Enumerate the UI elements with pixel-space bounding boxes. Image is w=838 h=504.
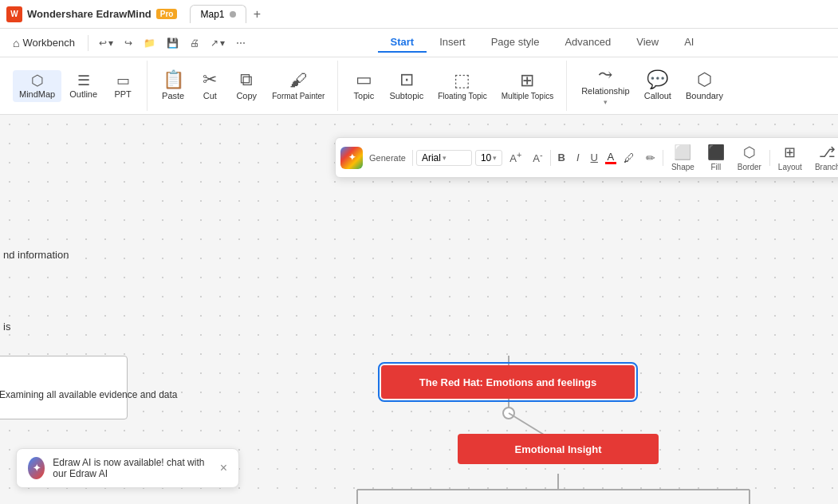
bold-button[interactable]: B bbox=[554, 149, 569, 166]
eraser-button[interactable]: ✏ bbox=[642, 149, 659, 167]
layout-icon: ⊞ bbox=[784, 144, 796, 161]
redo-button[interactable]: ↪ bbox=[120, 35, 136, 51]
file-open-button[interactable]: 📁 bbox=[140, 35, 159, 51]
layout-label: Layout bbox=[778, 163, 802, 171]
child-node-emotional-insight[interactable]: Emotional Insight bbox=[458, 434, 659, 464]
divider-1 bbox=[88, 35, 89, 51]
undo-arrow: ▾ bbox=[108, 37, 113, 49]
export-icon: ↗ bbox=[210, 37, 218, 49]
ribbon-floating-topic-button[interactable]: ⬚ Floating Topic bbox=[431, 69, 494, 104]
font-size-arrow: ▾ bbox=[493, 154, 497, 162]
redo-icon: ↪ bbox=[124, 37, 132, 49]
highlight-icon: 🖊 bbox=[624, 152, 635, 164]
ribbon-group-clipboard: 📋 Paste ✂ Cut ⧉ Copy 🖌 Format Painter bbox=[149, 61, 338, 111]
more-export-button[interactable]: ⋯ bbox=[232, 35, 250, 51]
nav-tab-view[interactable]: View bbox=[624, 33, 671, 53]
ribbon-subtopic-button[interactable]: ⊡ Subtopic bbox=[383, 68, 430, 104]
ribbon-ppt-button[interactable]: ▭ PPT bbox=[105, 70, 140, 102]
branch-label: Branch bbox=[815, 163, 838, 171]
ribbon-mindmap-button[interactable]: ⬡ MindMap bbox=[13, 70, 61, 102]
nav-tab-ai[interactable]: AI bbox=[671, 33, 706, 53]
copy-icon: ⧉ bbox=[240, 71, 253, 89]
ribbon-copy-button[interactable]: ⧉ Copy bbox=[229, 68, 264, 104]
branch-tool[interactable]: ⎇ Branch bbox=[810, 141, 838, 174]
nav-tab-pagestyle[interactable]: Page style bbox=[478, 33, 553, 53]
branch-icon: ⎇ bbox=[819, 144, 836, 161]
ppt-icon: ▭ bbox=[116, 73, 130, 88]
font-size-select[interactable]: 10 ▾ bbox=[475, 150, 502, 166]
outline-label: Outline bbox=[69, 89, 97, 99]
ribbon-paste-button[interactable]: 📋 Paste bbox=[155, 68, 191, 104]
ribbon-group-insert: ⤳ Relationship ▾ 💬 Callout ⬡ Boundary bbox=[569, 61, 736, 111]
app-logo-icon: W bbox=[6, 6, 22, 22]
mindmap-icon: ⬡ bbox=[31, 73, 44, 88]
generate-label: Generate bbox=[366, 153, 409, 163]
toast-close-button[interactable]: × bbox=[220, 461, 227, 475]
print-button[interactable]: 🖨 bbox=[186, 35, 203, 51]
nav-tabs: Start Insert Page style Advanced View AI bbox=[378, 33, 707, 53]
left-node-3: Examining all available evidence and dat… bbox=[0, 380, 251, 410]
main-node[interactable]: The Red Hat: Emotions and feelings bbox=[381, 365, 635, 399]
ribbon-multiple-topics-button[interactable]: ⊞ Multiple Topics bbox=[495, 69, 560, 104]
workbench-button[interactable]: ⌂ Workbench bbox=[6, 33, 81, 53]
multiple-topics-label: Multiple Topics bbox=[502, 92, 553, 100]
canvas[interactable]: ✦ Generate Arial ▾ 10 ▾ A+ A- B I U A 🖊 … bbox=[0, 115, 838, 504]
save-button[interactable]: 💾 bbox=[163, 35, 183, 51]
ribbon-callout-button[interactable]: 💬 Callout bbox=[638, 68, 678, 104]
ribbon-cut-button[interactable]: ✂ Cut bbox=[192, 68, 227, 104]
font-family-value: Arial bbox=[422, 152, 441, 163]
undo-button[interactable]: ↩ ▾ bbox=[95, 35, 117, 51]
fill-label: Fill bbox=[710, 163, 721, 171]
title-bar: W Wondershare EdrawMind Pro Map1 + bbox=[0, 0, 838, 29]
paste-label: Paste bbox=[162, 91, 184, 100]
ribbon-group-topics: ▭ Topic ⊡ Subtopic ⬚ Floating Topic ⊞ Mu… bbox=[340, 61, 567, 111]
underline-button[interactable]: U bbox=[587, 149, 602, 166]
fill-tool[interactable]: ⬛ Fill bbox=[702, 141, 730, 174]
outline-icon: ☰ bbox=[77, 73, 90, 88]
relationship-icon: ⤳ bbox=[598, 66, 612, 84]
cut-icon: ✂ bbox=[203, 71, 217, 89]
relationship-arrow: ▾ bbox=[604, 98, 608, 106]
pro-badge: Pro bbox=[156, 9, 178, 19]
ft-divider-3 bbox=[663, 150, 663, 166]
fill-icon: ⬛ bbox=[707, 144, 725, 161]
format-painter-label: Format Painter bbox=[272, 92, 325, 100]
ribbon-topic-button[interactable]: ▭ Topic bbox=[346, 68, 381, 104]
border-icon: ⬡ bbox=[743, 144, 756, 161]
highlight-button[interactable]: 🖊 bbox=[620, 149, 639, 167]
boundary-icon: ⬡ bbox=[697, 71, 712, 89]
nav-tab-advanced[interactable]: Advanced bbox=[552, 33, 624, 53]
font-color-bar bbox=[605, 162, 616, 164]
tab-add-button[interactable]: + bbox=[248, 5, 267, 24]
left-node-2: is bbox=[0, 312, 10, 341]
font-size-decrease-button[interactable]: A- bbox=[529, 148, 546, 167]
ft-divider-2 bbox=[550, 150, 551, 166]
workbench-label: Workbench bbox=[22, 37, 75, 49]
mindmap-label: MindMap bbox=[19, 89, 55, 99]
font-size-increase-button[interactable]: A+ bbox=[506, 148, 525, 167]
app-name: Wondershare EdrawMind bbox=[27, 8, 151, 20]
nav-tab-start[interactable]: Start bbox=[378, 33, 427, 53]
border-tool[interactable]: ⬡ Border bbox=[733, 141, 766, 174]
boundary-label: Boundary bbox=[686, 91, 723, 100]
topic-icon: ▭ bbox=[356, 71, 372, 89]
italic-button[interactable]: I bbox=[572, 149, 584, 166]
main-node-text: The Red Hat: Emotions and feelings bbox=[413, 376, 603, 388]
toast-notification: ✦ Edraw AI is now available! chat with o… bbox=[16, 448, 239, 488]
tab-bar: Map1 + bbox=[190, 5, 266, 24]
ribbon-outline-button[interactable]: ☰ Outline bbox=[63, 70, 104, 102]
ppt-label: PPT bbox=[114, 89, 131, 99]
nav-tab-insert[interactable]: Insert bbox=[427, 33, 478, 53]
ribbon-boundary-button[interactable]: ⬡ Boundary bbox=[679, 68, 730, 104]
cut-label: Cut bbox=[203, 91, 217, 100]
ribbon-relationship-button[interactable]: ⤳ Relationship ▾ bbox=[575, 63, 636, 109]
ribbon-format-painter-button[interactable]: 🖌 Format Painter bbox=[266, 69, 331, 104]
font-family-select[interactable]: Arial ▾ bbox=[416, 150, 472, 166]
shape-tool[interactable]: ⬜ Shape bbox=[667, 141, 699, 174]
export-button[interactable]: ↗ ▾ bbox=[207, 35, 229, 51]
font-color-a-icon: A bbox=[608, 152, 615, 162]
tab-map1[interactable]: Map1 bbox=[190, 5, 246, 23]
layout-tool[interactable]: ⊞ Layout bbox=[773, 141, 807, 174]
font-color-button[interactable]: A bbox=[605, 152, 616, 164]
font-size-value: 10 bbox=[481, 152, 491, 163]
